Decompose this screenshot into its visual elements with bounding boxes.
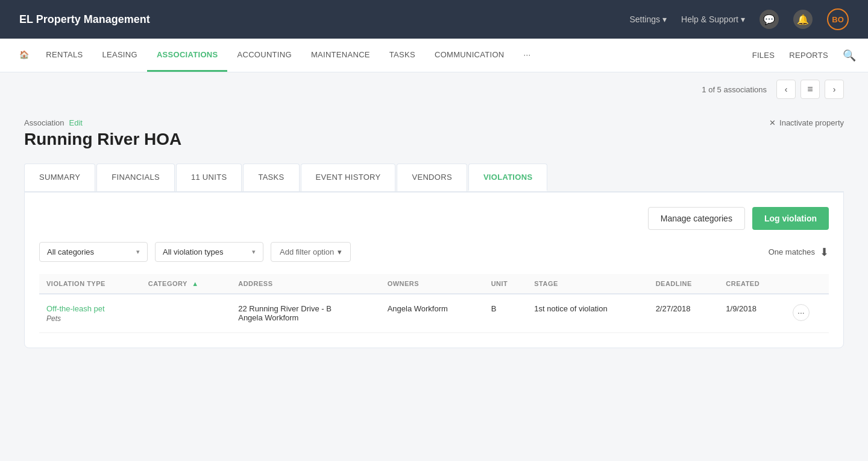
pagination-text: 1 of 5 associations [702,85,767,94]
violation-types-filter-label: All violation types [163,247,223,256]
settings-label: Settings [629,14,660,24]
tab-violations[interactable]: VIOLATIONS [468,164,547,191]
sort-arrow-icon: ▲ [192,280,198,287]
nav-accounting-label: ACCOUNTING [237,50,291,59]
nav-reports-label: REPORTS [789,51,828,60]
cell-actions: ··· [785,294,829,333]
nav-rentals[interactable]: RENTALS [36,39,92,72]
th-owners: OWNERS [380,274,484,294]
table-row: Off-the-leash pet Pets 22 Running River … [39,294,829,333]
cell-violation-type: Off-the-leash pet Pets [39,294,141,333]
cell-created: 1/9/2018 [719,294,785,333]
tab-vendors-label: VENDORS [412,173,451,182]
nav-accounting[interactable]: ACCOUNTING [227,39,301,72]
violation-types-chevron-icon: ▾ [252,248,256,256]
user-avatar[interactable]: BO [827,8,849,30]
avatar-initials: BO [832,15,844,24]
categories-filter[interactable]: All categories ▾ [39,242,148,262]
violations-panel: Manage categories Log violation All cate… [24,192,844,348]
nav-tasks[interactable]: TASKS [380,39,425,72]
top-navbar: EL Property Management Settings ▾ Help &… [0,0,868,39]
tab-violations-label: VIOLATIONS [483,173,532,182]
tab-summary[interactable]: SUMMARY [24,164,95,191]
nav-files[interactable]: FILES [752,51,775,60]
nav-files-label: FILES [752,51,775,60]
tab-financials[interactable]: FINANCIALS [96,164,175,191]
nav-maintenance[interactable]: MAINTENANCE [301,39,380,72]
matches-text: One matches [769,247,815,256]
violations-table: VIOLATION TYPE CATEGORY ▲ ADDRESS OWNERS… [39,274,829,333]
cell-category-italic: Pets [46,314,134,323]
chat-icon: 💬 [763,14,775,25]
th-stage: STAGE [527,274,648,294]
add-filter-label: Add filter option [280,247,334,256]
nav-associations[interactable]: ASSOCIATIONS [147,39,228,72]
th-violation-type: VIOLATION TYPE [39,274,141,294]
pagination-bar: 1 of 5 associations ‹ ≡ › [0,72,868,106]
table-header-row: VIOLATION TYPE CATEGORY ▲ ADDRESS OWNERS… [39,274,829,294]
association-header: Association Edit Running River HOA ✕ Ina… [24,106,844,164]
nav-maintenance-label: MAINTENANCE [311,50,370,59]
nav-home[interactable]: 🏠 [12,39,36,72]
edit-link[interactable]: Edit [69,118,82,127]
violation-type-link[interactable]: Off-the-leash pet [46,304,105,313]
manage-categories-button[interactable]: Manage categories [648,207,745,230]
cell-category [141,294,231,333]
cell-deadline: 2/27/2018 [649,294,719,333]
tab-units[interactable]: 11 UNITS [176,164,242,191]
main-content: Association Edit Running River HOA ✕ Ina… [0,106,868,372]
download-icon[interactable]: ⬇ [820,246,829,259]
x-icon: ✕ [769,118,776,127]
violation-types-filter[interactable]: All violation types ▾ [155,242,263,262]
app-title: EL Property Management [19,13,150,26]
pagination-next[interactable]: › [825,80,844,99]
inactivate-label: Inactivate property [779,118,844,127]
nav-reports[interactable]: REPORTS [789,51,828,60]
matches-info: One matches ⬇ [769,246,829,259]
more-icon: ··· [524,50,531,59]
search-icon: 🔍 [843,49,856,62]
association-label: Association [24,118,64,127]
nav-leasing-label: LEASING [102,50,137,59]
nav-associations-label: ASSOCIATIONS [157,50,218,59]
row-more-button[interactable]: ··· [793,304,810,321]
add-filter-button[interactable]: Add filter option ▾ [271,242,351,262]
tab-tasks[interactable]: TASKS [243,164,299,191]
tab-vendors[interactable]: VENDORS [397,164,467,191]
tab-financials-label: FINANCIALS [112,173,160,182]
chat-icon-button[interactable]: 💬 [760,10,779,29]
help-label: Help & Support [681,14,738,24]
nav-communication[interactable]: COMMUNICATION [425,39,514,72]
nav-leasing[interactable]: LEASING [92,39,146,72]
th-unit: UNIT [484,274,527,294]
pagination-prev[interactable]: ‹ [776,80,796,99]
th-address: ADDRESS [231,274,380,294]
nav-tasks-label: TASKS [389,50,415,59]
th-actions [785,274,829,294]
bell-icon: 🔔 [797,14,809,25]
th-created: CREATED [719,274,785,294]
nav-communication-label: COMMUNICATION [435,50,505,59]
th-category[interactable]: CATEGORY ▲ [141,274,231,294]
search-button[interactable]: 🔍 [843,49,856,62]
add-filter-chevron-icon: ▾ [338,247,342,256]
categories-chevron-icon: ▾ [136,248,140,256]
tabs-container: SUMMARY FINANCIALS 11 UNITS TASKS EVENT … [24,164,844,192]
log-violation-button[interactable]: Log violation [752,207,829,230]
cell-address: 22 Running River Drive - B Angela Workfo… [231,294,380,333]
pagination-list[interactable]: ≡ [800,80,820,99]
tab-tasks-label: TASKS [258,173,284,182]
association-title: Running River HOA [24,130,181,149]
help-chevron-icon: ▾ [741,14,745,24]
settings-menu[interactable]: Settings ▾ [629,14,667,24]
cell-unit: B [484,294,527,333]
th-deadline: DEADLINE [649,274,719,294]
second-navbar: 🏠 RENTALS LEASING ASSOCIATIONS ACCOUNTIN… [0,39,868,72]
help-support-menu[interactable]: Help & Support ▾ [681,14,745,24]
tab-event-history[interactable]: EVENT HISTORY [301,164,396,191]
inactivate-property-button[interactable]: ✕ Inactivate property [769,118,844,127]
notifications-button[interactable]: 🔔 [793,10,813,29]
cell-owners: Angela Workform [380,294,484,333]
home-icon: 🏠 [19,50,29,59]
nav-more[interactable]: ··· [514,39,541,72]
